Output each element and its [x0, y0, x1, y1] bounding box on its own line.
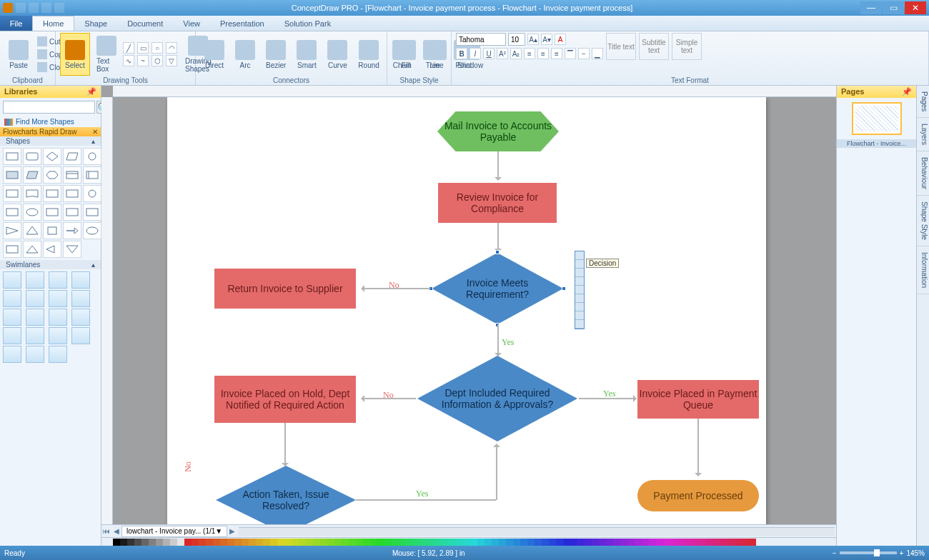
shape-alt-process[interactable] [23, 148, 41, 165]
sidetab-pages[interactable]: Pages [917, 86, 929, 118]
swim-6[interactable] [26, 290, 44, 307]
swim-12[interactable] [71, 309, 90, 326]
tab-home[interactable]: Home [32, 16, 74, 31]
shape-7[interactable] [23, 166, 41, 184]
library-search-input[interactable] [3, 101, 95, 114]
swim-3[interactable] [49, 271, 67, 289]
swim-14[interactable] [26, 327, 44, 344]
shape-21[interactable] [3, 222, 21, 239]
shape-25[interactable] [83, 222, 101, 239]
shape-16[interactable] [3, 204, 21, 221]
shape-9[interactable] [63, 166, 81, 184]
shape-process[interactable] [3, 148, 21, 165]
valign-mid-icon[interactable]: − [578, 48, 590, 59]
swim-5[interactable] [3, 290, 21, 307]
fontsize-select[interactable] [508, 33, 525, 46]
tab-view[interactable]: View [173, 16, 210, 31]
swim-8[interactable] [71, 290, 90, 307]
sidetab-shapestyle[interactable]: Shape Style [917, 196, 929, 246]
textbox-tool[interactable]: Text Box [92, 33, 121, 76]
shrink-font-icon[interactable]: A▾ [541, 34, 552, 45]
align-center-icon[interactable]: ≡ [537, 48, 549, 59]
shape-15[interactable] [83, 185, 101, 202]
node-start[interactable]: Mail Invoice to Accounts Payable [437, 111, 559, 151]
tab-presentation[interactable]: Presentation [210, 16, 274, 31]
valign-top-icon[interactable]: ▔ [565, 48, 576, 59]
tab-solution-park[interactable]: Solution Park [274, 16, 341, 31]
font-select[interactable] [456, 33, 506, 46]
select-tool[interactable]: Select [60, 33, 90, 76]
close-button[interactable]: ✕ [905, 1, 926, 14]
shape-27[interactable] [23, 241, 41, 258]
maximize-button[interactable]: ▭ [883, 1, 904, 14]
node-decision-1[interactable]: Invoice Meets Requirement? [432, 253, 563, 324]
page-thumbnail[interactable] [852, 102, 902, 135]
swimlanes-section[interactable]: Swimlanes [6, 261, 40, 269]
swim-4[interactable] [71, 271, 90, 289]
shapes-section[interactable]: Shapes [6, 137, 30, 145]
arc-tool[interactable]: ◠ [166, 42, 177, 54]
node-review[interactable]: Review Invoice for Compliance [438, 183, 557, 223]
swim-2[interactable] [26, 271, 44, 289]
bold-icon[interactable]: B [456, 48, 467, 59]
rect-tool[interactable]: ▭ [137, 42, 149, 54]
shape-data[interactable] [63, 148, 81, 165]
qa-more-icon[interactable] [54, 3, 64, 13]
qa-save-icon[interactable] [16, 3, 26, 13]
paste-button[interactable]: Paste [4, 33, 33, 76]
qa-redo-icon[interactable] [41, 3, 51, 13]
shape-14[interactable] [63, 185, 81, 202]
selection-handle[interactable] [495, 250, 500, 254]
page[interactable]: Mail Invoice to Accounts Payable Review … [167, 97, 766, 524]
font-color-icon[interactable]: A [555, 34, 566, 45]
file-tab[interactable]: File [0, 16, 32, 31]
swim-10[interactable] [26, 309, 44, 326]
underline-icon[interactable]: U [483, 48, 495, 59]
zoom-slider[interactable] [840, 551, 897, 554]
align-right-icon[interactable]: ≡ [551, 48, 562, 59]
swim-17[interactable] [3, 346, 21, 363]
grow-font-icon[interactable]: A▴ [527, 34, 539, 45]
canvas[interactable]: Mail Invoice to Accounts Payable Review … [113, 97, 836, 524]
node-decision-2[interactable]: Dept Included Required Information & App… [417, 356, 577, 441]
shape-13[interactable] [43, 185, 61, 202]
page-next[interactable]: ▶ [227, 527, 237, 535]
style-simple[interactable]: Simple text [672, 33, 702, 60]
zoom-in-icon[interactable]: + [900, 549, 904, 557]
node-hold[interactable]: Invoice Placed on Hold, Dept Notified of… [214, 376, 356, 423]
conn-bezier[interactable]: Bezier [262, 33, 290, 76]
swim-1[interactable] [3, 271, 21, 289]
valign-bot-icon[interactable]: ▁ [592, 48, 603, 59]
line-tool[interactable]: ╱ [123, 42, 134, 54]
shape-6[interactable] [3, 166, 21, 184]
qa-undo-icon[interactable] [29, 3, 39, 13]
conn-round[interactable]: Round [354, 33, 383, 76]
pin-icon-2[interactable]: 📌 [902, 87, 912, 96]
tool-7[interactable]: ⬡ [151, 55, 163, 66]
shape-decision[interactable] [43, 148, 61, 165]
conn-arc[interactable]: Arc [231, 33, 259, 76]
sidetab-behaviour[interactable]: Behaviour [917, 151, 929, 196]
library-name[interactable]: Flowcharts Rapid Draw [3, 128, 76, 136]
shape-28[interactable] [43, 241, 61, 258]
horizontal-scrollbar[interactable] [239, 527, 835, 536]
shape-20[interactable] [83, 204, 101, 221]
sidetab-information[interactable]: Information [917, 246, 929, 294]
shape-23[interactable] [43, 222, 61, 239]
find-more-shapes-link[interactable]: Find More Shapes [0, 116, 101, 127]
swim-13[interactable] [3, 327, 21, 344]
pin-icon[interactable]: 📌 [86, 87, 96, 96]
collapse-icon-2[interactable]: ▴ [91, 261, 95, 269]
page-tab[interactable]: lowchart - Invoice pay... (1/1 ▼ [121, 526, 227, 537]
node-queue[interactable]: Invoice Placed in Payment Queue [637, 380, 759, 419]
conn-smart[interactable]: Smart [292, 33, 321, 76]
minimize-button[interactable]: — [860, 1, 882, 14]
shape-11[interactable] [3, 185, 21, 202]
shape-22[interactable] [23, 222, 41, 239]
swim-16[interactable] [71, 327, 90, 344]
node-end[interactable]: Payment Processed [637, 480, 759, 511]
shape-12[interactable] [23, 185, 41, 202]
shape-18[interactable] [43, 204, 61, 221]
swim-7[interactable] [49, 290, 67, 307]
conn-curve[interactable]: Curve [323, 33, 352, 76]
